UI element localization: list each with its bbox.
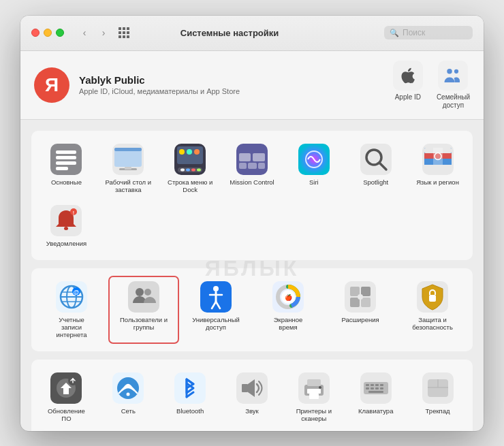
pref-accessibility[interactable]: Универсальный доступ (181, 276, 251, 343)
pref-network[interactable]: Сеть (99, 368, 158, 427)
svg-point-83 (319, 386, 321, 389)
pref-software-update[interactable]: Обновление ПО (37, 368, 96, 427)
sound-icon (236, 372, 268, 404)
pref-bluetooth-label: Bluetooth (176, 407, 204, 415)
pref-language[interactable]: Язык и регион (408, 139, 467, 198)
pref-users-label: Пользователи и группы (120, 316, 168, 332)
pref-mouse[interactable]: Мышь (37, 430, 96, 431)
minimize-button[interactable] (44, 29, 52, 37)
pref-internet[interactable]: @ Учетные записи интернета (37, 276, 106, 343)
svg-rect-9 (114, 148, 142, 151)
svg-rect-91 (371, 387, 374, 389)
close-button[interactable] (31, 29, 40, 37)
svg-point-1 (454, 69, 458, 73)
search-bar[interactable]: 🔍 (384, 26, 473, 39)
keyboard-icon (360, 372, 392, 404)
search-icon: 🔍 (390, 29, 399, 37)
prefs-grid-3: Обновление ПО Сеть (37, 368, 467, 431)
pref-mission[interactable]: Mission Control (223, 139, 282, 198)
spotlight-icon (360, 143, 392, 176)
profile-section: Я Yablyk Public Apple ID, iCloud, медиам… (20, 51, 484, 120)
profile-info: Yablyk Public Apple ID, iCloud, медиамат… (79, 74, 383, 95)
pref-general-label: Основные (51, 178, 82, 186)
svg-rect-26 (248, 163, 257, 169)
profile-name: Yablyk Public (79, 74, 383, 86)
prefs-section-3: Обновление ПО Сеть (31, 360, 473, 431)
svg-rect-41 (64, 227, 68, 230)
pref-trackpad-label: Трекпад (426, 407, 450, 415)
maximize-button[interactable] (56, 29, 64, 37)
svg-rect-52 (128, 281, 159, 313)
window-title: Системные настройки (82, 28, 377, 38)
svg-rect-63 (350, 298, 360, 307)
siri-icon (298, 143, 330, 176)
pref-users[interactable]: Пользователи и группы (109, 276, 178, 343)
pref-printers[interactable]: Принтеры и сканеры (284, 368, 343, 427)
profile-actions: Apple ID Семейныйдоступ (393, 61, 470, 110)
pref-sound-label: Звук (245, 407, 258, 415)
bluetooth-icon (174, 372, 206, 404)
users-icon (127, 281, 160, 313)
apple-id-button[interactable]: Apple ID (393, 61, 423, 110)
profile-subtitle: Apple ID, iCloud, медиаматериалы и App S… (79, 87, 383, 95)
titlebar: ‹ › Системные настройки 🔍 (20, 16, 484, 51)
pref-mission-label: Mission Control (230, 178, 274, 186)
pref-notifications[interactable]: ! Уведомления (37, 200, 96, 251)
pref-bluetooth[interactable]: Bluetooth (161, 368, 220, 427)
svg-text:🍎: 🍎 (285, 293, 293, 302)
pref-general[interactable]: Основные (37, 139, 96, 198)
svg-rect-64 (361, 298, 371, 307)
prefs-section-2: @ Учетные записи интернета (31, 268, 473, 351)
svg-point-65 (358, 294, 363, 300)
svg-rect-21 (197, 168, 201, 171)
svg-point-54 (144, 289, 151, 296)
pref-dock[interactable]: Строка меню и Dock (161, 139, 220, 198)
svg-rect-13 (177, 146, 203, 164)
pref-siri[interactable]: Siri (284, 139, 343, 198)
pref-siri-label: Siri (309, 178, 319, 186)
pref-screentime[interactable]: 🍎 Экранное время (253, 276, 323, 343)
svg-rect-90 (366, 387, 369, 389)
pref-trackpad[interactable]: Трекпад (408, 368, 467, 427)
svg-rect-93 (380, 387, 383, 389)
pref-keyboard[interactable]: Клавиатура (346, 368, 405, 427)
desktop-icon (112, 143, 144, 176)
avatar[interactable]: Я (34, 67, 69, 103)
svg-rect-23 (239, 153, 251, 161)
internet-icon: @ (55, 281, 88, 313)
search-input[interactable] (403, 28, 467, 37)
prefs-section-1: Основные Рабочий стол и заставка (31, 131, 473, 260)
screentime-icon: 🍎 (272, 281, 304, 313)
svg-rect-16 (194, 149, 200, 155)
pref-security[interactable]: Защита и безопасность (398, 276, 467, 343)
accessibility-icon (200, 281, 232, 313)
pref-printers-label: Принтеры и сканеры (290, 407, 338, 423)
svg-rect-87 (371, 384, 374, 386)
family-access-button[interactable]: Семейныйдоступ (437, 61, 470, 110)
svg-text:@: @ (74, 288, 80, 295)
svg-rect-82 (309, 394, 319, 399)
network-icon (112, 372, 144, 404)
pref-security-label: Защита и безопасность (409, 316, 456, 332)
svg-rect-11 (125, 167, 131, 170)
svg-point-0 (447, 69, 453, 74)
pref-notifications-label: Уведомления (46, 240, 86, 247)
svg-rect-4 (56, 156, 76, 159)
pref-extensions[interactable]: Расширения (326, 276, 395, 343)
content-area: ЯБЛЫК Основные (20, 120, 484, 431)
svg-rect-24 (253, 153, 265, 161)
language-icon (422, 143, 454, 176)
pref-desktop[interactable]: Рабочий стол и заставка (99, 139, 158, 198)
pref-spotlight[interactable]: Spotlight (346, 139, 405, 198)
pref-extensions-label: Расширения (341, 316, 379, 323)
traffic-lights (31, 29, 64, 37)
family-access-label: Семейныйдоступ (437, 93, 470, 110)
pref-sound[interactable]: Звук (223, 368, 282, 427)
svg-rect-27 (258, 163, 265, 169)
family-access-icon (438, 61, 468, 91)
svg-text:!: ! (73, 210, 74, 215)
svg-rect-86 (366, 384, 369, 386)
svg-rect-77 (242, 384, 248, 392)
svg-rect-5 (56, 161, 76, 165)
security-icon (416, 281, 449, 313)
